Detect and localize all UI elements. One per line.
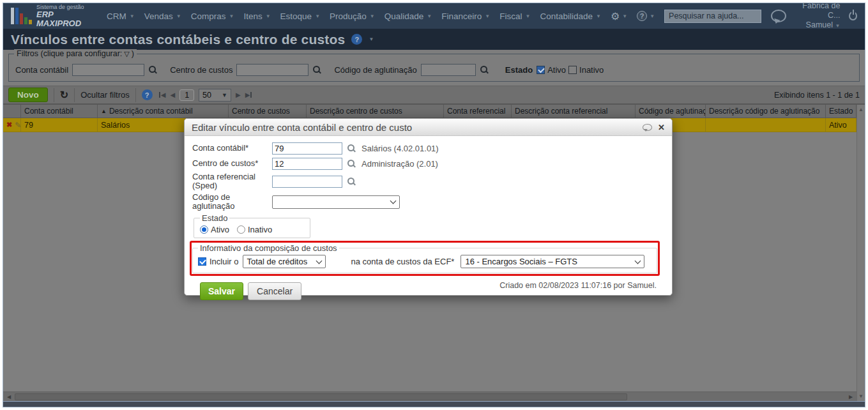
column-conta-referencial[interactable]: Conta referencial — [444, 105, 512, 118]
menu-vendas[interactable]: Vendas▼ — [144, 11, 181, 21]
column-centro-custos[interactable]: Centro de custos — [229, 105, 307, 118]
codigo-aglutinacao-label: Código de aglutinação — [192, 193, 272, 211]
chevron-down-icon[interactable]: ▼ — [369, 36, 374, 42]
chevron-down-icon: ▼ — [525, 13, 530, 19]
vertical-scrollbar[interactable]: ▲ ▼ — [857, 105, 865, 401]
filter-conta-contabil-label: Conta contábil — [15, 65, 68, 75]
centro-custos-label: Centro de custos* — [192, 159, 272, 168]
chevron-down-icon: ▼ — [370, 13, 375, 19]
conta-referencial-input[interactable] — [272, 176, 342, 188]
grid-help-icon[interactable]: ? — [142, 89, 153, 100]
scrollbar-thumb[interactable] — [15, 393, 627, 400]
search-icon[interactable] — [312, 65, 321, 74]
centro-custos-description: Administração (2.01) — [362, 159, 438, 169]
filter-ativo-checkbox[interactable] — [537, 66, 545, 74]
filter-inativo-checkbox[interactable] — [568, 66, 577, 74]
scroll-up-icon[interactable]: ▲ — [858, 107, 864, 112]
page-size-select[interactable]: 50▼ — [199, 89, 231, 102]
column-descricao-referencial[interactable]: Descrição conta referencial — [512, 105, 636, 118]
conta-contabil-label: Conta contábil* — [192, 144, 272, 153]
filter-inativo-label: Inativo — [579, 65, 604, 75]
account-menu[interactable]: Fábrica de C... Samuel ▼ — [795, 1, 841, 31]
scroll-left-icon[interactable]: ◀ — [4, 394, 13, 400]
conta-contabil-input[interactable] — [272, 142, 342, 155]
search-icon[interactable] — [347, 177, 356, 186]
top-navbar: Sistema de gestão ERP MAXIPROD CRM▼ Vend… — [3, 3, 865, 29]
menu-crm[interactable]: CRM▼ — [107, 11, 135, 21]
salvar-button[interactable]: Salvar — [200, 282, 243, 300]
codigo-aglutinacao-select[interactable] — [272, 195, 400, 209]
filter-funnel-icon[interactable]: ▽ — [124, 50, 129, 58]
help-icon: ? — [637, 11, 647, 21]
help-search-input[interactable] — [664, 10, 761, 23]
first-page-icon[interactable]: ◀ — [158, 91, 166, 98]
informativo-legend: Informativo da composição de custos — [198, 243, 339, 253]
menu-financeiro[interactable]: Financeiro▼ — [441, 11, 490, 21]
filter-codigo-aglutinacao-label: Código de aglutinação — [334, 65, 416, 75]
menu-contabilidade[interactable]: Contabilidade▼ — [540, 11, 600, 21]
ecf-label: na conta de custos da ECF* — [351, 257, 455, 266]
last-page-icon[interactable]: ▶ — [245, 91, 253, 98]
red-annotation-highlight: Informativo da composição de custos Incl… — [190, 241, 660, 276]
logout-power-icon[interactable] — [849, 11, 857, 20]
column-conta-contabil[interactable]: Conta contábil — [21, 105, 98, 118]
incluir-checkbox[interactable] — [198, 257, 206, 266]
estado-legend: Estado — [200, 213, 229, 223]
tipo-credito-select[interactable]: Total de créditos — [243, 255, 326, 268]
column-descricao-aglutinacao[interactable]: Descrição código de aglutinação — [706, 105, 826, 118]
filter-conta-contabil-input[interactable] — [72, 64, 144, 76]
estado-fieldset: Estado Ativo Inativo — [194, 213, 310, 238]
search-icon[interactable] — [480, 65, 489, 74]
scroll-right-icon[interactable]: ▶ — [846, 394, 855, 400]
ativo-radio[interactable] — [200, 225, 208, 234]
column-estado[interactable]: Estado — [826, 105, 857, 118]
horizontal-scrollbar[interactable]: ◀ ▶ — [3, 391, 857, 401]
search-icon[interactable] — [347, 144, 356, 153]
menu-producao[interactable]: Produção▼ — [330, 11, 375, 21]
chevron-down-icon — [316, 257, 322, 264]
help-menu[interactable]: ?▼ — [637, 11, 655, 21]
modal-title-bar[interactable]: Editar vínculo entre conta contábil e ce… — [185, 119, 672, 136]
refresh-icon[interactable]: ↻ — [60, 89, 68, 101]
filter-codigo-aglutinacao-input[interactable] — [421, 64, 476, 76]
inativo-radio[interactable] — [237, 225, 245, 234]
column-codigo-aglutinacao[interactable]: Código de aglutinaçã — [636, 105, 706, 118]
chevron-down-icon: ▼ — [427, 13, 432, 19]
ativo-label: Ativo — [211, 225, 229, 234]
column-descricao-conta[interactable]: ▲Descrição conta contábil — [98, 105, 229, 118]
pagination: ◀ ◀ 1 50▼ ▶ ▶ — [158, 89, 253, 102]
chevron-down-icon: ▼ — [835, 23, 840, 29]
edit-row-icon[interactable]: ✎ — [15, 121, 21, 130]
user-name: Samuel — [806, 20, 833, 29]
filter-centro-custos-input[interactable] — [236, 64, 308, 76]
cancelar-button[interactable]: Cancelar — [248, 282, 301, 300]
prev-page-icon[interactable]: ◀ — [170, 91, 175, 98]
scroll-down-icon[interactable]: ▼ — [858, 393, 864, 399]
grid-toolbar: Novo ↻ Ocultar filtros ? ◀ ◀ 1 50▼ ▶ ▶ E… — [3, 86, 865, 105]
search-icon[interactable] — [148, 65, 157, 74]
erp-logo-icon — [11, 8, 32, 24]
erp-logo[interactable]: Sistema de gestão ERP MAXIPROD — [11, 4, 91, 28]
menu-estoque[interactable]: Estoque▼ — [280, 11, 320, 21]
column-descricao-centro[interactable]: Descrição centro de custos — [307, 105, 444, 118]
menu-itens[interactable]: Itens▼ — [243, 11, 270, 21]
chat-bubble-icon[interactable] — [643, 124, 652, 131]
ocultar-filtros-button[interactable]: Ocultar filtros — [80, 90, 130, 100]
menu-compras[interactable]: Compras▼ — [191, 11, 234, 21]
chat-bubble-icon[interactable] — [771, 10, 786, 22]
chevron-down-icon — [390, 198, 397, 204]
page-help-icon[interactable]: ? — [351, 34, 362, 45]
ecf-conta-select[interactable]: 16 - Encargos Sociais – FGTS — [461, 255, 644, 268]
menu-qualidade[interactable]: Qualidade▼ — [385, 11, 432, 21]
page-title-bar: Vínculos entre contas contábeis e centro… — [3, 29, 865, 50]
close-icon[interactable]: ✕ — [658, 123, 665, 132]
menu-fiscal[interactable]: Fiscal▼ — [499, 11, 530, 21]
search-icon[interactable] — [347, 159, 356, 168]
delete-row-icon[interactable]: ✖ — [6, 121, 12, 129]
novo-button[interactable]: Novo — [8, 87, 48, 102]
chevron-down-icon: ▼ — [176, 13, 181, 19]
next-page-icon[interactable]: ▶ — [236, 91, 241, 98]
settings-menu[interactable]: ⚙▼ — [611, 10, 627, 22]
page-number[interactable]: 1 — [179, 89, 194, 101]
centro-custos-input[interactable] — [272, 158, 342, 170]
